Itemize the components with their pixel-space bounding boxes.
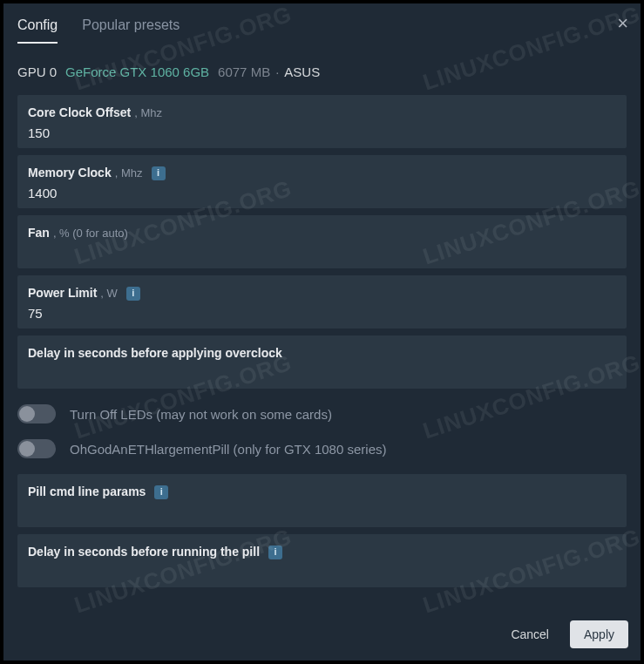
pill-params-input[interactable] (28, 505, 616, 519)
fan-input[interactable] (28, 246, 616, 261)
overclock-config-modal: × Config Popular presets GPU 0 GeForce G… (3, 3, 641, 661)
tab-bar: Config Popular presets (17, 17, 627, 44)
tab-config[interactable]: Config (17, 17, 58, 44)
memory-clock-field: Memory Clock, Mhz i (17, 155, 627, 208)
separator-dot: · (275, 64, 279, 79)
fan-field: Fan, % (0 for auto) (17, 215, 627, 268)
pill-toggle-row: OhGodAnETHlargementPill (only for GTX 10… (17, 439, 627, 458)
info-icon[interactable]: i (152, 166, 166, 180)
memory-clock-label: Memory Clock (28, 164, 112, 182)
leds-toggle[interactable] (17, 404, 56, 423)
delay-overclock-input[interactable] (28, 366, 616, 381)
core-clock-field: Core Clock Offset, Mhz (17, 95, 627, 148)
modal-footer: Cancel Apply (497, 620, 628, 648)
gpu-vendor: ASUS (284, 64, 320, 79)
memory-clock-input[interactable] (28, 186, 616, 200)
fan-label: Fan (28, 224, 50, 242)
memory-clock-unit: , Mhz (115, 165, 143, 182)
core-clock-label: Core Clock Offset (28, 104, 131, 122)
delay-pill-field: Delay in seconds before running the pill… (17, 534, 627, 587)
gpu-memory: 6077 MB (218, 64, 270, 79)
gpu-slot: GPU 0 (17, 64, 57, 79)
core-clock-unit: , Mhz (134, 105, 162, 122)
delay-pill-label: Delay in seconds before running the pill (28, 543, 260, 561)
cancel-button[interactable]: Cancel (497, 620, 563, 648)
delay-pill-input[interactable] (28, 565, 616, 579)
info-icon[interactable]: i (268, 545, 282, 559)
delay-overclock-field: Delay in seconds before applying overclo… (17, 335, 627, 389)
pill-toggle-label: OhGodAnETHlargementPill (only for GTX 10… (70, 442, 386, 457)
delay-overclock-label: Delay in seconds before applying overclo… (28, 344, 282, 362)
fan-unit: , % (0 for auto) (53, 225, 128, 242)
apply-button[interactable]: Apply (570, 620, 628, 648)
tab-popular-presets[interactable]: Popular presets (82, 17, 180, 44)
leds-toggle-label: Turn Off LEDs (may not work on some card… (70, 407, 332, 422)
power-limit-input[interactable] (28, 306, 616, 321)
power-limit-field: Power Limit, W i (17, 275, 627, 329)
gpu-model-name: GeForce GTX 1060 6GB (65, 64, 209, 79)
pill-params-field: Pill cmd line params i (17, 474, 627, 527)
power-limit-label: Power Limit (28, 284, 97, 302)
info-icon[interactable]: i (126, 287, 140, 301)
gpu-info-row: GPU 0 GeForce GTX 1060 6GB 6077 MB · ASU… (17, 64, 627, 79)
info-icon[interactable]: i (154, 485, 168, 499)
power-limit-unit: , W (100, 285, 118, 302)
pill-toggle[interactable] (17, 439, 56, 458)
leds-toggle-row: Turn Off LEDs (may not work on some card… (17, 404, 627, 423)
pill-params-label: Pill cmd line params (28, 483, 146, 501)
core-clock-input[interactable] (28, 125, 616, 140)
